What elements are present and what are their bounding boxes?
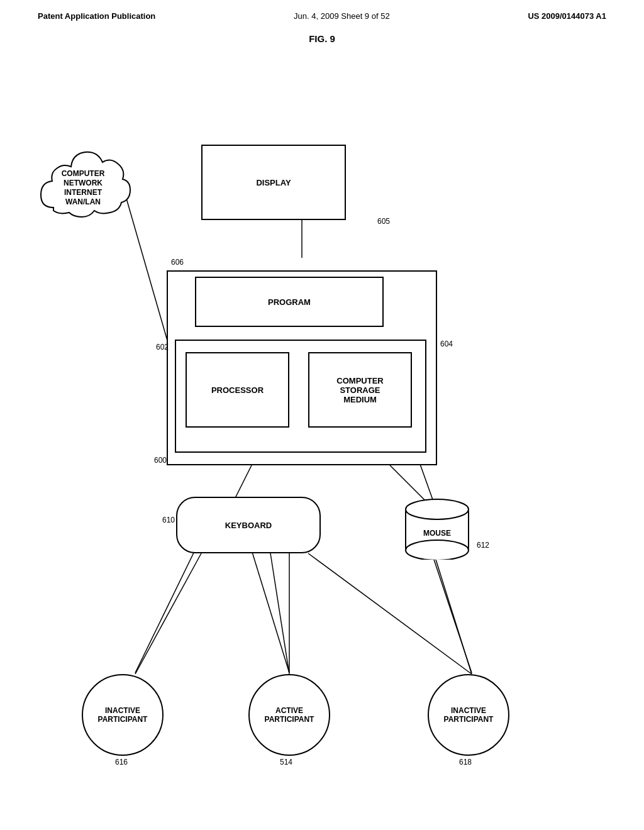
- svg-point-14: [406, 499, 469, 519]
- ref-600: 600: [154, 456, 167, 465]
- svg-line-19: [436, 560, 472, 674]
- page-header: Patent Application Publication Jun. 4, 2…: [0, 0, 644, 27]
- program-box: PROGRAM: [195, 277, 384, 327]
- svg-point-15: [406, 540, 469, 560]
- ref-602: 602: [156, 343, 169, 351]
- inactive-right-label: INACTIVE PARTICIPANT: [444, 706, 494, 724]
- svg-line-4: [135, 550, 195, 673]
- inactive-participant-right-circle: INACTIVE PARTICIPANT: [428, 674, 509, 756]
- svg-text:MOUSE: MOUSE: [423, 529, 451, 538]
- header-left: Patent Application Publication: [38, 11, 155, 21]
- program-label: PROGRAM: [268, 297, 311, 307]
- storage-label: COMPUTERSTORAGEMEDIUM: [336, 376, 383, 404]
- ref-605: 605: [377, 217, 390, 226]
- ref-514: 514: [280, 758, 292, 766]
- ref-612: 612: [477, 541, 489, 550]
- svg-text:INTERNET: INTERNET: [64, 188, 103, 197]
- inactive-participant-left-circle: INACTIVE PARTICIPANT: [82, 674, 164, 756]
- ref-604: 604: [440, 340, 453, 348]
- ref-616: 616: [115, 758, 128, 766]
- svg-text:WAN/LAN: WAN/LAN: [65, 197, 101, 206]
- inactive-left-label: INACTIVE PARTICIPANT: [98, 706, 148, 724]
- diagram-area: COMPUTER NETWORK INTERNET WAN/LAN DISPLA…: [0, 63, 644, 817]
- display-box: DISPLAY: [201, 145, 346, 220]
- figure-title: FIG. 9: [0, 33, 644, 44]
- keyboard-box: KEYBOARD: [176, 497, 321, 553]
- processor-box: PROCESSOR: [186, 352, 289, 428]
- svg-line-20: [308, 553, 472, 674]
- svg-line-18: [270, 553, 289, 674]
- processor-label: PROCESSOR: [211, 385, 264, 395]
- svg-text:NETWORK: NETWORK: [64, 179, 103, 187]
- active-participant-label: ACTIVE PARTICIPANT: [265, 706, 314, 724]
- header-center: Jun. 4, 2009 Sheet 9 of 52: [294, 11, 390, 21]
- display-label: DISPLAY: [256, 178, 291, 187]
- ref-610: 610: [162, 516, 175, 524]
- storage-box: COMPUTERSTORAGEMEDIUM: [308, 352, 412, 428]
- ref-618: 618: [459, 758, 472, 766]
- svg-line-17: [135, 553, 201, 674]
- svg-line-5: [252, 550, 289, 673]
- keyboard-label: KEYBOARD: [225, 521, 272, 530]
- svg-text:COMPUTER: COMPUTER: [62, 169, 105, 178]
- cloud-shape: COMPUTER NETWORK INTERNET WAN/LAN: [35, 145, 129, 233]
- active-participant-circle: ACTIVE PARTICIPANT: [248, 674, 330, 756]
- ref-606: 606: [171, 258, 184, 267]
- mouse-cylinder: MOUSE: [402, 497, 472, 560]
- header-right: US 2009/0144073 A1: [528, 11, 606, 21]
- svg-line-6: [431, 550, 472, 673]
